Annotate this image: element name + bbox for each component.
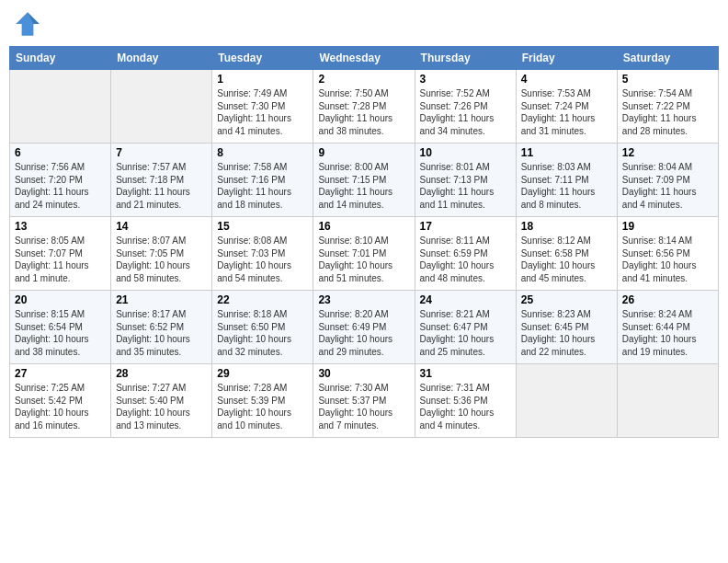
day-number: 22 bbox=[217, 293, 308, 306]
calendar-cell: 12Sunrise: 8:04 AM Sunset: 7:09 PM Dayli… bbox=[617, 144, 718, 217]
day-number: 27 bbox=[15, 367, 106, 380]
calendar-cell bbox=[617, 364, 718, 438]
day-info: Sunrise: 7:28 AM Sunset: 5:39 PM Dayligh… bbox=[217, 382, 308, 431]
calendar-cell bbox=[516, 364, 617, 438]
day-number: 9 bbox=[318, 146, 409, 159]
week-row-4: 20Sunrise: 8:15 AM Sunset: 6:54 PM Dayli… bbox=[10, 291, 719, 364]
week-row-2: 6Sunrise: 7:56 AM Sunset: 7:20 PM Daylig… bbox=[10, 144, 719, 217]
day-number: 1 bbox=[217, 73, 308, 86]
day-info: Sunrise: 7:49 AM Sunset: 7:30 PM Dayligh… bbox=[217, 87, 308, 137]
day-number: 10 bbox=[420, 146, 511, 159]
day-number: 17 bbox=[420, 220, 511, 233]
calendar-cell: 4Sunrise: 7:53 AM Sunset: 7:24 PM Daylig… bbox=[516, 70, 617, 144]
calendar-cell: 31Sunrise: 7:31 AM Sunset: 5:36 PM Dayli… bbox=[415, 364, 516, 438]
day-number: 20 bbox=[15, 293, 106, 306]
calendar-cell: 5Sunrise: 7:54 AM Sunset: 7:22 PM Daylig… bbox=[617, 70, 718, 144]
day-number: 4 bbox=[521, 73, 612, 86]
calendar-cell: 7Sunrise: 7:57 AM Sunset: 7:18 PM Daylig… bbox=[111, 144, 212, 217]
day-info: Sunrise: 8:20 AM Sunset: 6:49 PM Dayligh… bbox=[318, 308, 409, 358]
day-number: 14 bbox=[116, 220, 207, 233]
day-info: Sunrise: 8:15 AM Sunset: 6:54 PM Dayligh… bbox=[15, 308, 106, 358]
day-number: 24 bbox=[420, 293, 511, 306]
calendar-cell: 15Sunrise: 8:08 AM Sunset: 7:03 PM Dayli… bbox=[212, 217, 313, 291]
weekday-header-wednesday: Wednesday bbox=[313, 47, 415, 70]
calendar-cell: 11Sunrise: 8:03 AM Sunset: 7:11 PM Dayli… bbox=[516, 144, 617, 217]
day-number: 6 bbox=[15, 146, 106, 159]
week-row-3: 13Sunrise: 8:05 AM Sunset: 7:07 PM Dayli… bbox=[10, 217, 719, 291]
day-info: Sunrise: 8:07 AM Sunset: 7:05 PM Dayligh… bbox=[116, 235, 207, 284]
day-info: Sunrise: 8:23 AM Sunset: 6:45 PM Dayligh… bbox=[521, 308, 612, 358]
calendar-cell: 8Sunrise: 7:58 AM Sunset: 7:16 PM Daylig… bbox=[212, 144, 313, 217]
calendar-cell: 28Sunrise: 7:27 AM Sunset: 5:40 PM Dayli… bbox=[111, 364, 212, 438]
day-number: 18 bbox=[521, 220, 612, 233]
week-row-5: 27Sunrise: 7:25 AM Sunset: 5:42 PM Dayli… bbox=[10, 364, 719, 438]
day-info: Sunrise: 8:24 AM Sunset: 6:44 PM Dayligh… bbox=[622, 308, 713, 358]
weekday-header-sunday: Sunday bbox=[10, 47, 111, 70]
calendar-cell: 17Sunrise: 8:11 AM Sunset: 6:59 PM Dayli… bbox=[415, 217, 516, 291]
day-number: 5 bbox=[622, 73, 713, 86]
day-number: 29 bbox=[217, 367, 308, 380]
day-info: Sunrise: 7:54 AM Sunset: 7:22 PM Dayligh… bbox=[622, 87, 713, 137]
day-info: Sunrise: 8:10 AM Sunset: 7:01 PM Dayligh… bbox=[318, 235, 409, 284]
day-info: Sunrise: 8:01 AM Sunset: 7:13 PM Dayligh… bbox=[420, 161, 511, 211]
calendar-cell: 30Sunrise: 7:30 AM Sunset: 5:37 PM Dayli… bbox=[313, 364, 415, 438]
calendar-cell bbox=[10, 70, 111, 144]
calendar-cell: 20Sunrise: 8:15 AM Sunset: 6:54 PM Dayli… bbox=[10, 291, 111, 364]
day-info: Sunrise: 8:12 AM Sunset: 6:58 PM Dayligh… bbox=[521, 235, 612, 284]
day-info: Sunrise: 8:03 AM Sunset: 7:11 PM Dayligh… bbox=[521, 161, 612, 211]
day-info: Sunrise: 8:08 AM Sunset: 7:03 PM Dayligh… bbox=[217, 235, 308, 284]
calendar-cell: 3Sunrise: 7:52 AM Sunset: 7:26 PM Daylig… bbox=[415, 70, 516, 144]
day-number: 28 bbox=[116, 367, 207, 380]
weekday-header-row: SundayMondayTuesdayWednesdayThursdayFrid… bbox=[10, 47, 719, 70]
calendar-cell: 29Sunrise: 7:28 AM Sunset: 5:39 PM Dayli… bbox=[212, 364, 313, 438]
day-info: Sunrise: 7:50 AM Sunset: 7:28 PM Dayligh… bbox=[318, 87, 409, 137]
logo bbox=[13, 9, 46, 39]
week-row-1: 1Sunrise: 7:49 AM Sunset: 7:30 PM Daylig… bbox=[10, 70, 719, 144]
day-info: Sunrise: 7:53 AM Sunset: 7:24 PM Dayligh… bbox=[521, 87, 612, 137]
day-info: Sunrise: 7:25 AM Sunset: 5:42 PM Dayligh… bbox=[15, 382, 106, 431]
calendar-cell: 10Sunrise: 8:01 AM Sunset: 7:13 PM Dayli… bbox=[415, 144, 516, 217]
calendar-cell: 27Sunrise: 7:25 AM Sunset: 5:42 PM Dayli… bbox=[10, 364, 111, 438]
page-header bbox=[9, 9, 719, 39]
day-number: 30 bbox=[318, 367, 409, 380]
calendar-cell bbox=[111, 70, 212, 144]
calendar-cell: 14Sunrise: 8:07 AM Sunset: 7:05 PM Dayli… bbox=[111, 217, 212, 291]
day-number: 26 bbox=[622, 293, 713, 306]
calendar-cell: 21Sunrise: 8:17 AM Sunset: 6:52 PM Dayli… bbox=[111, 291, 212, 364]
calendar-cell: 19Sunrise: 8:14 AM Sunset: 6:56 PM Dayli… bbox=[617, 217, 718, 291]
day-info: Sunrise: 8:00 AM Sunset: 7:15 PM Dayligh… bbox=[318, 161, 409, 211]
weekday-header-friday: Friday bbox=[516, 47, 617, 70]
day-number: 12 bbox=[622, 146, 713, 159]
day-info: Sunrise: 8:17 AM Sunset: 6:52 PM Dayligh… bbox=[116, 308, 207, 358]
calendar-cell: 16Sunrise: 8:10 AM Sunset: 7:01 PM Dayli… bbox=[313, 217, 415, 291]
day-number: 23 bbox=[318, 293, 409, 306]
calendar-cell: 9Sunrise: 8:00 AM Sunset: 7:15 PM Daylig… bbox=[313, 144, 415, 217]
calendar-cell: 25Sunrise: 8:23 AM Sunset: 6:45 PM Dayli… bbox=[516, 291, 617, 364]
logo-icon bbox=[13, 9, 42, 39]
day-info: Sunrise: 8:21 AM Sunset: 6:47 PM Dayligh… bbox=[420, 308, 511, 358]
day-number: 19 bbox=[622, 220, 713, 233]
calendar-cell: 26Sunrise: 8:24 AM Sunset: 6:44 PM Dayli… bbox=[617, 291, 718, 364]
day-info: Sunrise: 8:14 AM Sunset: 6:56 PM Dayligh… bbox=[622, 235, 713, 284]
day-number: 3 bbox=[420, 73, 511, 86]
day-info: Sunrise: 8:18 AM Sunset: 6:50 PM Dayligh… bbox=[217, 308, 308, 358]
calendar-cell: 2Sunrise: 7:50 AM Sunset: 7:28 PM Daylig… bbox=[313, 70, 415, 144]
day-number: 8 bbox=[217, 146, 308, 159]
calendar-cell: 6Sunrise: 7:56 AM Sunset: 7:20 PM Daylig… bbox=[10, 144, 111, 217]
day-number: 25 bbox=[521, 293, 612, 306]
day-number: 21 bbox=[116, 293, 207, 306]
day-info: Sunrise: 8:05 AM Sunset: 7:07 PM Dayligh… bbox=[15, 235, 106, 284]
day-number: 31 bbox=[420, 367, 511, 380]
day-number: 7 bbox=[116, 146, 207, 159]
calendar-table: SundayMondayTuesdayWednesdayThursdayFrid… bbox=[9, 46, 719, 438]
weekday-header-thursday: Thursday bbox=[415, 47, 516, 70]
day-info: Sunrise: 7:56 AM Sunset: 7:20 PM Dayligh… bbox=[15, 161, 106, 211]
day-info: Sunrise: 7:52 AM Sunset: 7:26 PM Dayligh… bbox=[420, 87, 511, 137]
day-number: 16 bbox=[318, 220, 409, 233]
weekday-header-tuesday: Tuesday bbox=[212, 47, 313, 70]
day-info: Sunrise: 8:04 AM Sunset: 7:09 PM Dayligh… bbox=[622, 161, 713, 211]
weekday-header-saturday: Saturday bbox=[617, 47, 718, 70]
calendar-cell: 24Sunrise: 8:21 AM Sunset: 6:47 PM Dayli… bbox=[415, 291, 516, 364]
day-info: Sunrise: 7:57 AM Sunset: 7:18 PM Dayligh… bbox=[116, 161, 207, 211]
day-info: Sunrise: 7:27 AM Sunset: 5:40 PM Dayligh… bbox=[116, 382, 207, 431]
